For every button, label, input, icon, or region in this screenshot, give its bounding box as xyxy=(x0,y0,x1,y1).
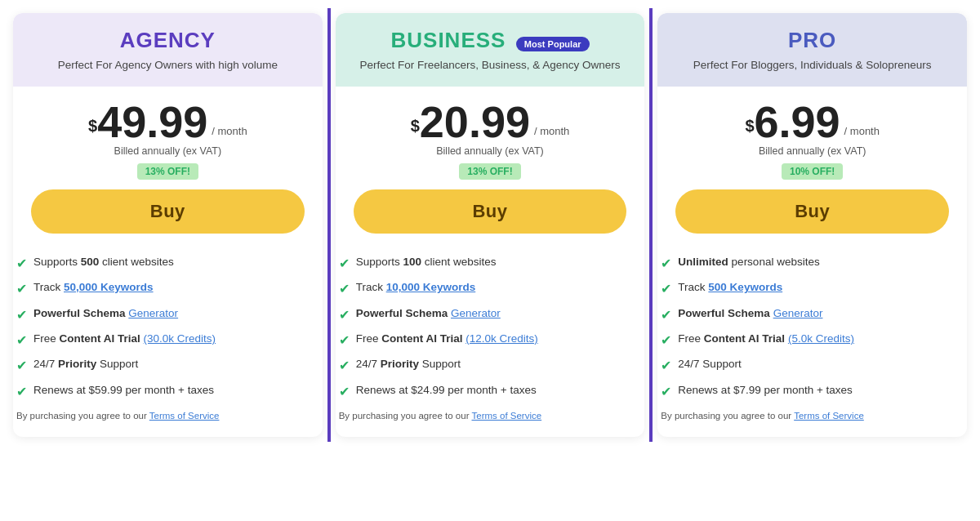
list-item: ✔Renews at $59.99 per month + taxes xyxy=(16,383,319,401)
agency-discount-badge: 13% OFF! xyxy=(137,163,198,180)
list-item: ✔24/7 Priority Support xyxy=(16,357,319,375)
agency-price-amount: 49.99 xyxy=(97,100,207,144)
check-icon: ✔ xyxy=(339,357,350,375)
business-track-link[interactable]: 10,000 Keywords xyxy=(386,281,476,293)
list-item: ✔Powerful Schema Generator xyxy=(339,306,642,324)
business-discount-badge: 13% OFF! xyxy=(459,163,520,180)
business-buy-button[interactable]: Buy xyxy=(354,189,627,234)
check-icon: ✔ xyxy=(661,383,671,401)
most-popular-badge: Most Popular xyxy=(516,37,590,51)
pro-plan-title: PRO xyxy=(674,28,951,53)
agency-price-period: / month xyxy=(212,125,247,137)
business-billed-text: Billed annually (ex VAT) xyxy=(354,145,627,157)
list-item: ✔Renews at $24.99 per month + taxes xyxy=(339,383,642,401)
plans-container: AGENCY Perfect For Agency Owners with hi… xyxy=(8,8,972,442)
check-icon: ✔ xyxy=(16,332,27,350)
business-features-list: ✔Supports 100 client websites ✔Track 10,… xyxy=(336,255,645,401)
check-icon: ✔ xyxy=(661,357,671,375)
list-item: ✔Unlimited personal websites xyxy=(661,255,964,273)
business-plan-header: BUSINESS Most Popular Perfect For Freela… xyxy=(336,13,645,87)
check-icon: ✔ xyxy=(339,280,350,298)
divider-left xyxy=(327,8,331,442)
list-item: ✔Free Content AI Trial (5.0k Credits) xyxy=(661,332,964,350)
pro-price-amount: 6.99 xyxy=(755,100,840,144)
business-price-period: / month xyxy=(534,125,569,137)
business-price-row: $ 20.99 / month xyxy=(354,100,627,144)
check-icon: ✔ xyxy=(16,383,27,401)
check-icon: ✔ xyxy=(16,357,27,375)
agency-terms-text: By purchasing you agree to our Terms of … xyxy=(13,411,323,421)
agency-terms-link[interactable]: Terms of Service xyxy=(149,411,220,421)
pro-plan-card: PRO Perfect For Bloggers, Individuals & … xyxy=(657,13,967,437)
list-item: ✔24/7 Support xyxy=(661,357,964,375)
agency-features-list: ✔Supports 500 client websites ✔Track 50,… xyxy=(13,255,323,401)
check-icon: ✔ xyxy=(339,306,350,324)
check-icon: ✔ xyxy=(16,255,27,273)
list-item: ✔Supports 100 client websites xyxy=(339,255,642,273)
agency-billed-text: Billed annually (ex VAT) xyxy=(31,145,305,157)
business-price-dollar: $ xyxy=(411,117,420,136)
business-plan-title: BUSINESS xyxy=(390,28,506,52)
pro-buy-button[interactable]: Buy xyxy=(675,189,949,234)
pro-plan-body: $ 6.99 / month Billed annually (ex VAT) … xyxy=(657,87,967,255)
pro-discount-badge: 10% OFF! xyxy=(782,163,843,180)
check-icon: ✔ xyxy=(339,332,350,350)
pro-price-period: / month xyxy=(844,125,880,137)
business-ai-link[interactable]: (12.0k Credits) xyxy=(466,332,538,345)
list-item: ✔Free Content AI Trial (12.0k Credits) xyxy=(339,332,642,350)
list-item: ✔Track 10,000 Keywords xyxy=(339,280,642,298)
check-icon: ✔ xyxy=(16,306,27,324)
pro-features-list: ✔Unlimited personal websites ✔Track 500 … xyxy=(657,255,967,401)
business-schema-link[interactable]: Generator xyxy=(451,307,501,319)
business-title-row: BUSINESS Most Popular xyxy=(352,28,629,53)
pro-plan-subtitle: Perfect For Bloggers, Individuals & Solo… xyxy=(674,58,951,73)
pro-price-dollar: $ xyxy=(745,117,754,136)
agency-track-link[interactable]: 50,000 Keywords xyxy=(64,281,154,293)
business-plan-body: $ 20.99 / month Billed annually (ex VAT)… xyxy=(336,87,645,255)
list-item: ✔Track 50,000 Keywords xyxy=(16,280,319,298)
business-terms-text: By purchasing you agree to our Terms of … xyxy=(336,411,645,421)
business-plan-subtitle: Perfect For Freelancers, Business, & Age… xyxy=(352,58,629,73)
business-plan-card: BUSINESS Most Popular Perfect For Freela… xyxy=(336,13,645,437)
agency-plan-card: AGENCY Perfect For Agency Owners with hi… xyxy=(13,13,323,437)
business-terms-link[interactable]: Terms of Service xyxy=(471,411,541,421)
agency-price-row: $ 49.99 / month xyxy=(31,100,305,144)
agency-schema-link[interactable]: Generator xyxy=(128,307,178,319)
pro-billed-text: Billed annually (ex VAT) xyxy=(675,145,949,157)
business-price-amount: 20.99 xyxy=(420,100,530,144)
check-icon: ✔ xyxy=(16,280,27,298)
agency-ai-link[interactable]: (30.0k Credits) xyxy=(144,332,216,345)
agency-plan-title: AGENCY xyxy=(29,28,306,53)
list-item: ✔24/7 Priority Support xyxy=(339,357,642,375)
check-icon: ✔ xyxy=(339,255,350,273)
pro-terms-text: By purchasing you agree to our Terms of … xyxy=(657,411,967,421)
pro-terms-link[interactable]: Terms of Service xyxy=(794,411,864,421)
agency-price-dollar: $ xyxy=(88,117,97,136)
divider-right xyxy=(649,8,653,442)
check-icon: ✔ xyxy=(661,255,671,273)
agency-plan-subtitle: Perfect For Agency Owners with high volu… xyxy=(29,58,306,73)
agency-buy-button[interactable]: Buy xyxy=(31,189,305,234)
check-icon: ✔ xyxy=(339,383,350,401)
pro-price-row: $ 6.99 / month xyxy=(675,100,949,144)
agency-plan-body: $ 49.99 / month Billed annually (ex VAT)… xyxy=(13,87,323,255)
list-item: ✔Powerful Schema Generator xyxy=(16,306,319,324)
check-icon: ✔ xyxy=(661,332,671,350)
pro-plan-header: PRO Perfect For Bloggers, Individuals & … xyxy=(657,13,967,87)
list-item: ✔Track 500 Keywords xyxy=(661,280,964,298)
list-item: ✔Free Content AI Trial (30.0k Credits) xyxy=(16,332,319,350)
list-item: ✔Powerful Schema Generator xyxy=(661,306,964,324)
check-icon: ✔ xyxy=(661,280,671,298)
pro-ai-link[interactable]: (5.0k Credits) xyxy=(788,332,854,345)
list-item: ✔Supports 500 client websites xyxy=(16,255,319,273)
pro-schema-link[interactable]: Generator xyxy=(773,307,823,319)
pro-track-link[interactable]: 500 Keywords xyxy=(708,281,782,293)
agency-plan-header: AGENCY Perfect For Agency Owners with hi… xyxy=(13,13,323,87)
check-icon: ✔ xyxy=(661,306,671,324)
list-item: ✔Renews at $7.99 per month + taxes xyxy=(661,383,964,401)
